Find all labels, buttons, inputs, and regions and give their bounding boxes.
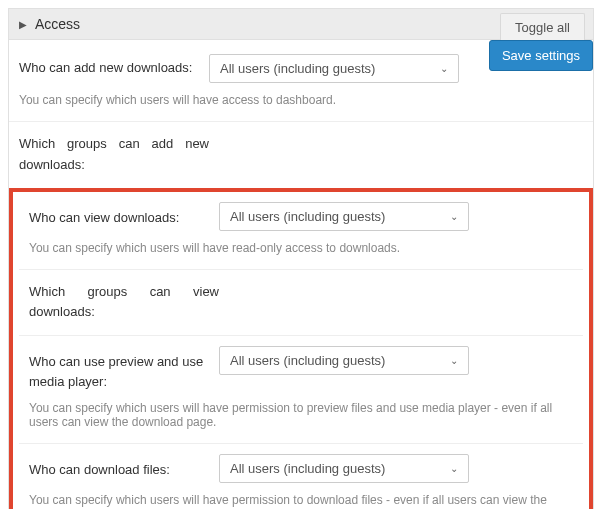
chevron-down-icon: ⌄ bbox=[450, 463, 458, 474]
label-view-downloads: Who can view downloads: bbox=[29, 202, 219, 228]
help-preview: You can specify which users will have pe… bbox=[19, 391, 583, 443]
chevron-down-icon: ⌄ bbox=[450, 355, 458, 366]
help-add-downloads: You can specify which users will have ac… bbox=[9, 83, 593, 121]
label-groups-add: Which groups can add new downloads: bbox=[19, 134, 209, 176]
save-settings-button[interactable]: Save settings bbox=[489, 40, 593, 71]
select-download-files[interactable]: All users (including guests) ⌄ bbox=[219, 454, 469, 483]
select-preview-value: All users (including guests) bbox=[230, 353, 385, 368]
label-preview: Who can use preview and use media player… bbox=[29, 346, 219, 391]
chevron-down-icon: ⌄ bbox=[450, 211, 458, 222]
select-view-downloads[interactable]: All users (including guests) ⌄ bbox=[219, 202, 469, 231]
highlighted-section: Who can view downloads: All users (inclu… bbox=[9, 188, 593, 509]
select-preview[interactable]: All users (including guests) ⌄ bbox=[219, 346, 469, 375]
collapse-icon: ▶ bbox=[19, 19, 27, 30]
select-add-downloads[interactable]: All users (including guests) ⌄ bbox=[209, 54, 459, 83]
help-view-downloads: You can specify which users will have re… bbox=[19, 231, 583, 269]
label-download-files: Who can download files: bbox=[29, 454, 219, 480]
chevron-down-icon: ⌄ bbox=[440, 63, 448, 74]
select-view-downloads-value: All users (including guests) bbox=[230, 209, 385, 224]
panel-header[interactable]: ▶ Access Toggle all bbox=[9, 9, 593, 40]
label-add-downloads: Who can add new downloads: bbox=[19, 54, 209, 75]
panel-title: Access bbox=[35, 16, 80, 32]
select-add-downloads-value: All users (including guests) bbox=[220, 61, 375, 76]
select-download-files-value: All users (including guests) bbox=[230, 461, 385, 476]
help-download-files: You can specify which users will have pe… bbox=[19, 483, 583, 509]
access-panel: ▶ Access Toggle all Who can add new down… bbox=[8, 8, 594, 509]
label-groups-view: Which groups can view downloads: bbox=[29, 282, 219, 324]
